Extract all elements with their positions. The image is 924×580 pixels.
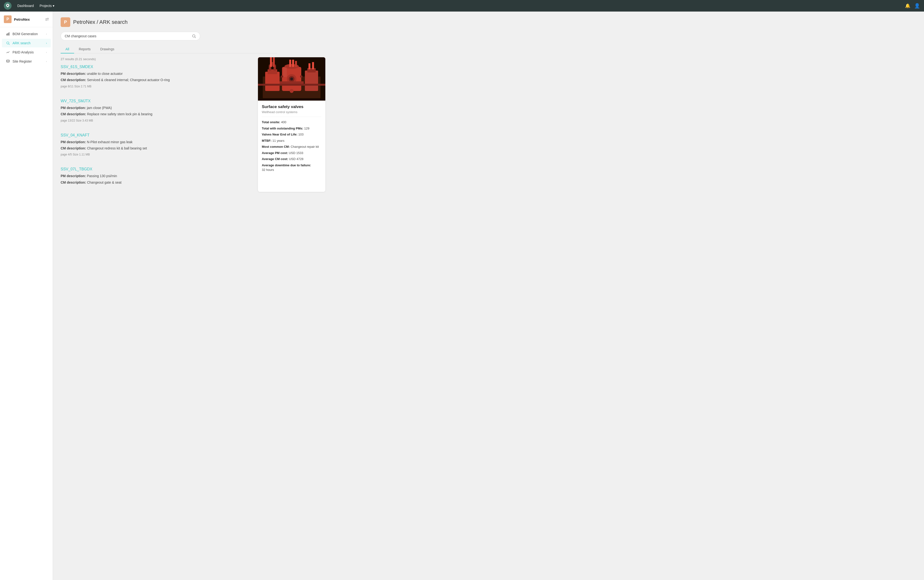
result-desc-pm-r4: PM description: Passing 130 psi/min xyxy=(61,173,252,179)
svg-rect-1 xyxy=(7,34,7,35)
sidebar-item-ark[interactable]: ARK search › xyxy=(2,39,51,48)
switch-icon[interactable]: ⇄ xyxy=(45,16,49,22)
nav-dashboard[interactable]: Dashboard xyxy=(17,4,34,8)
svg-point-4 xyxy=(7,42,9,44)
sidebar-label-ark: ARK search xyxy=(13,41,31,45)
search-icon xyxy=(6,41,10,45)
svg-rect-29 xyxy=(308,63,310,69)
search-input[interactable] xyxy=(65,34,192,38)
sidebar-item-pid[interactable]: P&ID Analysis › xyxy=(2,48,51,56)
header-avatar: P xyxy=(61,17,70,27)
svg-rect-18 xyxy=(273,57,275,67)
result-item: SSV_61S_SMDEX PM description: unable to … xyxy=(61,65,252,88)
result-meta-r2: page 13/22 Size 3.43 MB xyxy=(61,119,252,122)
topnav: Dashboard Projects ▾ 🔔 👤 xyxy=(0,0,924,12)
result-title-r1[interactable]: SSV_61S_SMDEX xyxy=(61,65,252,69)
page-title: PetroNex / ARK search xyxy=(73,19,127,25)
stat-outstanding-pms: Total with outstanding PMs: 129 xyxy=(262,126,321,131)
result-item: SSV_04_KNAFT PM description: N-Pilot exh… xyxy=(61,133,252,157)
result-desc-cm-r1: CM description: Serviced & cleaned inter… xyxy=(61,77,252,82)
svg-point-6 xyxy=(7,60,9,61)
svg-point-34 xyxy=(300,75,303,78)
company-name: PetroNex xyxy=(14,17,43,21)
result-meta-r3: page 4/5 Size 1.11 MB xyxy=(61,153,252,156)
svg-rect-3 xyxy=(9,33,9,35)
svg-rect-17 xyxy=(270,57,272,67)
svg-point-35 xyxy=(290,89,293,93)
svg-line-5 xyxy=(9,44,10,45)
stat-avg-downtime: Average downtime due to failure: 32 hour… xyxy=(262,163,321,172)
bar-chart-icon xyxy=(6,32,10,36)
svg-rect-21 xyxy=(289,60,291,67)
result-desc-pm-r1: PM description: unable to close actuator xyxy=(61,71,252,76)
results-list: 27 results (0.21 seconds) SSV_61S_SMDEX … xyxy=(61,57,252,192)
divider-r2 xyxy=(61,129,252,129)
side-card-subtitle: Wellhead control systems xyxy=(262,110,321,114)
main-content: P PetroNex / ARK search All Reports Draw… xyxy=(53,12,924,580)
sidebar-label-pid: P&ID Analysis xyxy=(13,50,34,54)
tab-drawings[interactable]: Drawings xyxy=(96,45,119,53)
tab-all[interactable]: All xyxy=(61,45,74,53)
svg-point-33 xyxy=(281,75,283,78)
results-count: 27 results (0.21 seconds) xyxy=(61,57,252,61)
result-meta-r1: page 8/11 Size 2.71 MB xyxy=(61,85,252,88)
sidebar-item-site[interactable]: Site Register › xyxy=(2,57,51,66)
result-title-r3[interactable]: SSV_04_KNAFT xyxy=(61,133,252,137)
svg-rect-27 xyxy=(305,71,318,91)
search-bar xyxy=(61,32,200,40)
svg-rect-30 xyxy=(312,62,314,69)
results-wrapper: 27 results (0.21 seconds) SSV_61S_SMDEX … xyxy=(61,57,325,192)
svg-rect-32 xyxy=(258,84,325,86)
company-avatar: P xyxy=(4,15,12,23)
trend-icon xyxy=(6,50,10,54)
sidebar-nav: BOM Generation › ARK search › P&ID Analy… xyxy=(0,27,53,580)
stat-avg-pm-cost: Average PM cost: USD 1533 xyxy=(262,151,321,155)
notification-icon[interactable]: 🔔 xyxy=(905,3,910,8)
sidebar-header: P PetroNex ⇄ xyxy=(0,12,53,27)
svg-rect-36 xyxy=(283,68,287,77)
sidebar-item-bom[interactable]: BOM Generation › xyxy=(2,30,51,38)
result-desc-pm-r3: PM description: N-Pilot exhaust minor ga… xyxy=(61,139,252,145)
tab-reports[interactable]: Reports xyxy=(74,45,96,53)
user-avatar-icon[interactable]: 👤 xyxy=(914,3,920,9)
sidebar-label-site: Site Register xyxy=(13,59,32,63)
sidebar-label-bom: BOM Generation xyxy=(13,32,38,36)
search-tabs: All Reports Drawings xyxy=(61,45,277,53)
side-card-image xyxy=(258,57,325,101)
svg-rect-22 xyxy=(292,60,294,67)
side-card-divider xyxy=(262,117,321,117)
svg-rect-11 xyxy=(265,72,280,91)
stat-mtbf: MTBF: 11 years xyxy=(262,138,321,143)
result-desc-cm-r2: CM description: Replace new safety stem … xyxy=(61,111,252,117)
side-card-body: Surface safety valves Wellhead control s… xyxy=(258,101,325,178)
result-item: WV_72S_SMJTX PM description: jam close (… xyxy=(61,99,252,122)
database-icon xyxy=(6,59,10,63)
chevron-pid: › xyxy=(46,51,47,54)
svg-rect-2 xyxy=(8,33,8,35)
app-logo[interactable] xyxy=(4,2,12,10)
result-title-r4[interactable]: SSV_07L_TBGDX xyxy=(61,167,252,171)
result-desc-pm-r2: PM description: jam close (PWA) xyxy=(61,105,252,110)
nav-projects[interactable]: Projects ▾ xyxy=(40,4,54,8)
stat-common-cm: Most common CM: Changeout repair kit xyxy=(262,144,321,149)
svg-rect-23 xyxy=(295,61,297,67)
side-card-name: Surface safety valves xyxy=(262,104,321,109)
divider-r1 xyxy=(61,95,252,95)
stat-end-of-life: Valves Near End of Life: 103 xyxy=(262,132,321,137)
chevron-ark: › xyxy=(46,42,47,44)
svg-point-7 xyxy=(193,35,195,37)
stat-avg-cm-cost: Average CM cost: USD 4728 xyxy=(262,157,321,161)
result-desc-cm-r3: CM description: Changeout redress kit & … xyxy=(61,146,252,151)
topnav-icons: 🔔 👤 xyxy=(905,3,920,9)
svg-rect-31 xyxy=(280,81,304,84)
result-desc-cm-r4: CM description: Changeout gate & seat xyxy=(61,180,252,185)
side-card: Surface safety valves Wellhead control s… xyxy=(258,57,325,192)
svg-line-8 xyxy=(195,37,196,38)
result-title-r2[interactable]: WV_72S_SMJTX xyxy=(61,99,252,103)
stat-total-onsite: Total onsite: 400 xyxy=(262,120,321,125)
page-header: P PetroNex / ARK search xyxy=(61,17,916,27)
chevron-bom: › xyxy=(46,33,47,35)
chevron-site: › xyxy=(46,60,47,63)
sidebar: P PetroNex ⇄ BOM Generation › ARK search… xyxy=(0,12,53,580)
search-button[interactable] xyxy=(192,34,196,38)
